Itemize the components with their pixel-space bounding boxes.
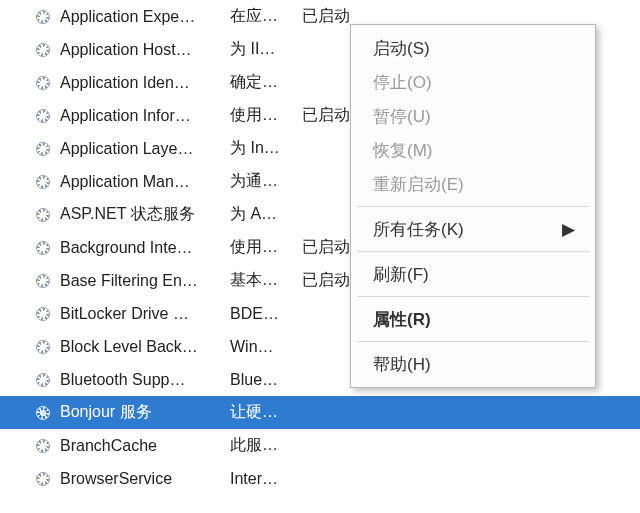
service-description: 基本… [230,270,302,291]
menu-all-tasks-label: 所有任务(K) [373,218,464,241]
menu-pause: 暂停(U) [353,99,593,133]
menu-refresh-label: 刷新(F) [373,263,429,286]
menu-pause-label: 暂停(U) [373,105,431,128]
gear-icon [34,371,52,389]
service-name: BrowserService [60,470,230,488]
service-description: Blue… [230,371,302,389]
service-description: BDE… [230,305,302,323]
menu-properties[interactable]: 属性(R) [353,302,593,336]
gear-icon [34,140,52,158]
service-name: BranchCache [60,437,230,455]
menu-resume: 恢复(M) [353,133,593,167]
service-description: 确定… [230,72,302,93]
service-description: 此服… [230,435,302,456]
service-description: 为通… [230,171,302,192]
gear-icon [34,470,52,488]
services-list-viewport: Application Expe…在应…已启动Application Host…… [0,0,640,513]
service-name: BitLocker Drive … [60,305,230,323]
menu-separator [357,251,589,252]
menu-separator [357,296,589,297]
service-description: 为 A… [230,204,302,225]
gear-icon [34,239,52,257]
menu-help-label: 帮助(H) [373,353,431,376]
menu-resume-label: 恢复(M) [373,139,432,162]
service-name: Bluetooth Supp… [60,371,230,389]
service-description: 为 II… [230,39,302,60]
menu-restart: 重新启动(E) [353,167,593,201]
gear-icon [34,404,52,422]
service-description: 使用… [230,105,302,126]
gear-icon [34,305,52,323]
service-name: Application Expe… [60,8,230,26]
service-name: Base Filtering En… [60,272,230,290]
service-description: 在应… [230,6,302,27]
service-name: Background Inte… [60,239,230,257]
menu-separator [357,206,589,207]
gear-icon [34,74,52,92]
service-description: Inter… [230,470,302,488]
service-name: Bonjour 服务 [60,402,230,423]
service-name: Application Infor… [60,107,230,125]
service-name: Application Iden… [60,74,230,92]
gear-icon [34,206,52,224]
submenu-arrow-icon: ▶ [562,219,575,240]
menu-stop: 停止(O) [353,65,593,99]
service-name: Application Host… [60,41,230,59]
service-row[interactable]: BranchCache此服… [0,429,640,462]
gear-icon [34,272,52,290]
menu-start[interactable]: 启动(S) [353,31,593,65]
gear-icon [34,338,52,356]
service-name: Application Man… [60,173,230,191]
menu-start-label: 启动(S) [373,37,430,60]
service-name: Application Laye… [60,140,230,158]
context-menu: 启动(S) 停止(O) 暂停(U) 恢复(M) 重新启动(E) 所有任务(K) … [350,24,596,388]
service-name: Block Level Back… [60,338,230,356]
gear-icon [34,107,52,125]
menu-separator [357,341,589,342]
service-row[interactable]: Bonjour 服务让硬… [0,396,640,429]
menu-restart-label: 重新启动(E) [373,173,464,196]
service-row[interactable]: BrowserServiceInter… [0,462,640,495]
service-description: 使用… [230,237,302,258]
gear-icon [34,173,52,191]
service-name: ASP.NET 状态服务 [60,204,230,225]
gear-icon [34,437,52,455]
service-description: 让硬… [230,402,302,423]
menu-refresh[interactable]: 刷新(F) [353,257,593,291]
menu-all-tasks[interactable]: 所有任务(K) ▶ [353,212,593,246]
service-description: Win… [230,338,302,356]
gear-icon [34,8,52,26]
menu-stop-label: 停止(O) [373,71,432,94]
service-description: 为 In… [230,138,302,159]
menu-properties-label: 属性(R) [373,308,431,331]
gear-icon [34,41,52,59]
menu-help[interactable]: 帮助(H) [353,347,593,381]
